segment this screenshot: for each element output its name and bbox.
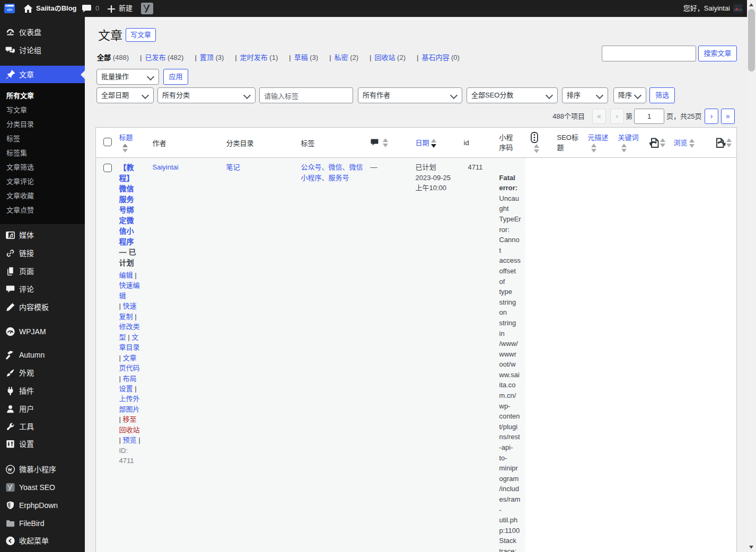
svg-text:</>: </> bbox=[7, 8, 12, 12]
